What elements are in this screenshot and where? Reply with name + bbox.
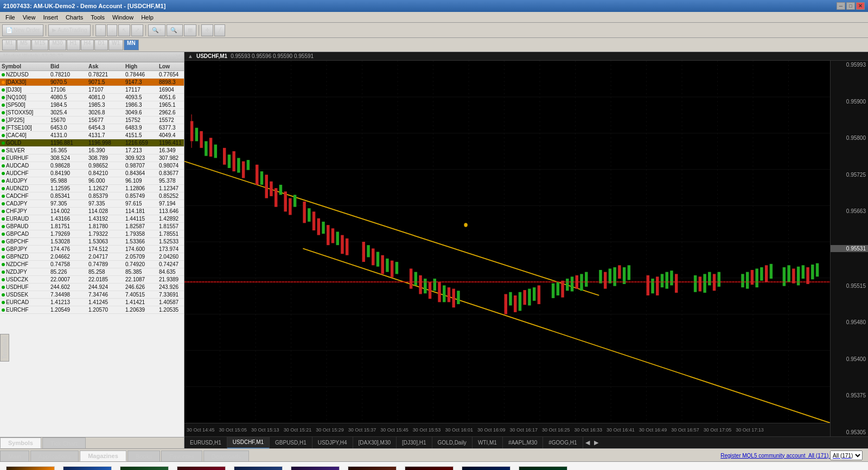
- market-watch-row[interactable]: [NQ100] 4080.5 4081.0 4093.5 4051.6 17:2…: [0, 94, 184, 101]
- market-watch-row[interactable]: GBPCHF 1.53028 1.53063 1.53366 1.52533 1…: [0, 238, 184, 246]
- close-button[interactable]: ✕: [856, 2, 865, 10]
- market-watch-row[interactable]: SILVER 16.365 16.390 17.213 16.349 17:20…: [0, 147, 184, 154]
- tf-d1[interactable]: D1: [94, 40, 108, 50]
- tf-w1[interactable]: W1: [108, 40, 123, 50]
- register-link[interactable]: Register MQL5 community account All (171…: [715, 449, 868, 461]
- magazine-card[interactable]: TRADERS 2014/09 TRADERS' Italy 2014/09: [289, 466, 341, 470]
- market-watch-row[interactable]: EURCAD 1.41213 1.41245 1.41421 1.40587 1…: [0, 299, 184, 306]
- market-watch-row[interactable]: AUDCHF 0.84190 0.84210 0.84364 0.83677 1…: [0, 170, 184, 177]
- minimize-button[interactable]: ─: [837, 2, 845, 10]
- magazine-card[interactable]: ForexPress 2014/04 ForexPress 2014/04: [232, 466, 284, 470]
- market-watch-row[interactable]: NZDJPY 85.226 85.258 85.385 84.635 17:20…: [0, 268, 184, 276]
- autotrading-button[interactable]: ▶ AutoTrading: [48, 24, 91, 36]
- magazine-card[interactable]: INVESTORS 2014/09 INVESTORS' 2014/09: [346, 466, 398, 470]
- bottom-tab-favorites[interactable]: Favorites: [161, 450, 202, 461]
- tf-m5[interactable]: M5: [17, 40, 31, 50]
- market-watch-row[interactable]: AUDJPY 95.988 96.000 96.109 95.378 17:20…: [0, 177, 184, 185]
- tf-m15[interactable]: M15: [31, 40, 48, 50]
- chart-type-button[interactable]: ▦: [184, 24, 196, 36]
- chart-tab--dax30--m30[interactable]: [DAX30],M30: [353, 437, 397, 449]
- menu-item-help[interactable]: Help: [138, 14, 157, 21]
- market-watch-row[interactable]: EURCHF 1.20549 1.20570 1.20639 1.20535 1…: [0, 306, 184, 314]
- market-watch-row[interactable]: USDSEK 7.34498 7.34746 7.40515 7.33691 1…: [0, 291, 184, 299]
- toolbar-btn-2[interactable]: ↓: [107, 24, 117, 36]
- chart-canvas[interactable]: SELL 0.95 59 1 0.95 60 3 BUY: [184, 61, 868, 436]
- magazine-card[interactable]: e-FOREX 2014/07 e-Forex 2014/07: [61, 466, 113, 470]
- market-watch-row[interactable]: NZDUSD 0.78210 0.78221 0.78446 0.77654 1…: [0, 71, 184, 79]
- magazine-card[interactable]: TRADERS 2014/11 TRADERS' DE 2014/11: [175, 466, 227, 470]
- menu-item-file[interactable]: File: [2, 14, 18, 21]
- tf-h1[interactable]: H1: [67, 40, 80, 50]
- tab-scroll-right[interactable]: ▶: [592, 439, 601, 446]
- market-watch-row[interactable]: [CAC40] 4131.0 4131.7 4151.5 4049.4 17:2…: [0, 132, 184, 139]
- zoom-out-button[interactable]: 🔍-: [167, 24, 182, 36]
- market-watch-row[interactable]: GBPAUD 1.81751 1.81780 1.82587 1.81557 1…: [0, 223, 184, 230]
- menu-item-tools[interactable]: Tools: [87, 14, 108, 21]
- market-watch-row[interactable]: [DJ30] 17106 17107 17117 16904 17:20:31: [0, 86, 184, 94]
- market-watch-row[interactable]: CADJPY 97.305 97.335 97.615 97.194 17:20…: [0, 200, 184, 208]
- tf-m1[interactable]: M1: [2, 40, 16, 50]
- chart-tab-gbpusd-h1[interactable]: GBPUSD,H1: [270, 437, 312, 449]
- market-watch-row[interactable]: [SP500] 1984.5 1985.3 1986.3 1965.1 17:2…: [0, 101, 184, 109]
- tab-scroll-left[interactable]: ◀: [583, 439, 592, 446]
- tf-h4[interactable]: H4: [81, 40, 94, 50]
- chart-tab-gold-daily[interactable]: GOLD,Daily: [432, 437, 473, 449]
- toolbar-btn-4[interactable]: ⤢: [131, 24, 143, 36]
- chart-tab-wti-m1[interactable]: WTI,M1: [473, 437, 503, 449]
- zoom-in-button[interactable]: 🔍+: [148, 24, 165, 36]
- chart-tab-usdchf-m1[interactable]: USDCHF,M1: [227, 437, 270, 449]
- col-high: High: [124, 63, 157, 70]
- magazine-card[interactable]: FOREX TRADER MAGAZINE 2014/10 Forex Trad…: [403, 466, 455, 470]
- maximize-button[interactable]: □: [846, 2, 855, 10]
- bottom-tab-main[interactable]: Main: [0, 450, 29, 461]
- ask-cell: 4131.7: [87, 132, 124, 139]
- market-watch-row[interactable]: EURHUF 308.524 308.789 309.923 307.982 1…: [0, 154, 184, 162]
- bottom-tab-downloads[interactable]: Downloads: [203, 450, 249, 461]
- magazine-card[interactable]: Forex Latino 2014/10 ForexLatino M... 20…: [517, 466, 569, 470]
- toolbar-btn-1[interactable]: ↑: [95, 24, 106, 36]
- market-watch-row[interactable]: [STOXX50] 3025.4 3026.8 3049.6 2962.6 17…: [0, 109, 184, 117]
- bottom-tab-books[interactable]: Books: [127, 450, 161, 461]
- market-watch-row[interactable]: GBPNZD 2.04662 2.04717 2.05709 2.04260 1…: [0, 253, 184, 261]
- market-watch-row[interactable]: [DAX30] 9070.5 9071.5 9147.3 8898.3 17:2…: [0, 79, 184, 86]
- menu-item-insert[interactable]: Insert: [40, 14, 61, 21]
- chart-tab-eurusd-h1[interactable]: EURUSD,H1: [184, 437, 227, 449]
- menu-item-view[interactable]: View: [20, 14, 39, 21]
- symbols-tab[interactable]: Symbols: [0, 437, 41, 448]
- market-watch-close[interactable]: ✕: [175, 53, 181, 61]
- market-watch-row[interactable]: USDCZK 22.0007 22.0185 22.1087 21.9389 1…: [0, 276, 184, 284]
- market-watch-row[interactable]: AUDCAD 0.98628 0.98652 0.98707 0.98074 1…: [0, 162, 184, 170]
- menu-item-window[interactable]: Window: [109, 14, 137, 21]
- menu-item-charts[interactable]: Charts: [62, 14, 86, 21]
- chart-tab--dj30--h1[interactable]: [DJ30],H1: [397, 437, 432, 449]
- crosshair-button[interactable]: ✛: [201, 24, 213, 36]
- toolbar-btn-3[interactable]: ↖: [118, 24, 130, 36]
- chart-tab--goog-h1[interactable]: #GOOG,H1: [543, 437, 583, 449]
- tf-mn[interactable]: MN: [124, 40, 139, 50]
- market-watch-row[interactable]: EURAUD 1.43166 1.43192 1.44115 1.42892 1…: [0, 215, 184, 223]
- market-watch-row[interactable]: CHFJPY 114.002 114.028 114.181 113.646 1…: [0, 208, 184, 215]
- market-watch-row[interactable]: NZDCHF 0.74758 0.74789 0.74920 0.74247 1…: [0, 261, 184, 268]
- line-button[interactable]: ╱: [214, 24, 225, 36]
- magazine-card[interactable]: BORSA ISTANBUL 2014/03 Borsa Istanbul...…: [460, 466, 512, 470]
- tick-chart-tab[interactable]: Tick Chart: [42, 437, 86, 448]
- market-watch-row[interactable]: GBPJPY 174.476 174.512 174.600 173.974 1…: [0, 246, 184, 253]
- market-watch-row[interactable]: USDHUF 244.602 244.924 246.626 243.926 1…: [0, 284, 184, 291]
- magazine-card[interactable]: Stocks & Commodities 2014/11 Stock & Com…: [118, 466, 170, 470]
- count-filter[interactable]: All (171): [830, 450, 863, 460]
- bottom-tab-applications[interactable]: Applications: [30, 450, 79, 461]
- market-watch-row[interactable]: CADCHF 0.85341 0.85379 0.85749 0.85252 1…: [0, 192, 184, 200]
- market-watch-row[interactable]: GOLD 1196.881 1196.998 1216.659 1196.411…: [0, 139, 184, 147]
- market-watch-row[interactable]: [JP225] 15670 15677 15752 15572 17:20:00: [0, 117, 184, 124]
- terminal-tab[interactable]: Terminal: [0, 334, 9, 362]
- chart-tab--aapl-m30[interactable]: #AAPL,M30: [503, 437, 543, 449]
- bottom-tab-magazines[interactable]: Magazines: [80, 450, 126, 461]
- time-label: 30 Oct 15:37: [346, 427, 379, 433]
- chart-tab-usdjpy-h4[interactable]: USDJPY,H4: [312, 437, 353, 449]
- market-watch-row[interactable]: AUDNZD 1.12595 1.12627 1.12806 1.12347 1…: [0, 185, 184, 192]
- market-watch-row[interactable]: [FTSE100] 6453.0 6454.3 6483.9 6377.3 17…: [0, 124, 184, 132]
- new-order-button[interactable]: 📄 New Order: [2, 24, 43, 36]
- magazine-card[interactable]: FX TRADER MAGAZINE 2014/07 FX Trader Ma.…: [4, 466, 56, 470]
- tf-m30[interactable]: M30: [49, 40, 66, 50]
- market-watch-row[interactable]: GBPCAD 1.79269 1.79322 1.79358 1.78551 1…: [0, 230, 184, 238]
